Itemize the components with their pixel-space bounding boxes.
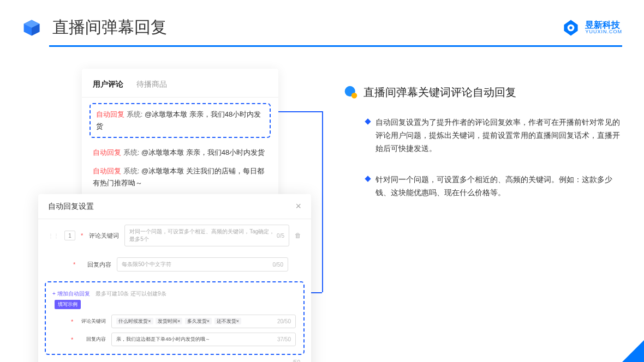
svg-point-4	[570, 26, 573, 29]
content-label: 回复内容	[81, 261, 111, 269]
tab-user-comments[interactable]: 用户评论	[93, 80, 123, 89]
content-input[interactable]: 每条限50个中文字符 0/50	[117, 257, 288, 272]
keyword-label: 评论关键词	[88, 232, 119, 240]
diamond-bullet-icon	[365, 118, 371, 124]
bullet-item: 自动回复设置为了提升作者的评论回复效率，作者可在开播前针对常见的评论用户问题，提…	[344, 116, 622, 155]
add-auto-reply-link[interactable]: + 增加自动回复	[52, 291, 90, 297]
highlighted-comment: 自动回复 系统: @冰墩墩本墩 亲亲，我们48小时内发货	[90, 103, 271, 138]
auto-reply-settings-modal: 自动回复设置 × ⋮⋮ 1 * 评论关键词 对同一个问题，可设置多个相近、高频的…	[38, 194, 311, 362]
logo-text-en: YUUXIN.COM	[585, 29, 622, 35]
comment-row: 自动回复 系统: @冰墩墩本墩 亲亲，我们48小时内发货	[82, 143, 278, 162]
outer-counter: /50	[38, 359, 311, 362]
corner-decoration	[622, 340, 644, 362]
tab-pending-products[interactable]: 待播商品	[136, 80, 167, 89]
example-badge: 填写示例	[55, 300, 81, 309]
add-hint: 最多可建10条 还可以创建9条	[96, 291, 166, 297]
drag-handle-icon[interactable]: ⋮⋮	[48, 233, 59, 239]
comment-row: 自动回复 系统: @冰墩墩本墩 关注我们的店铺，每日都有热门推荐呦～	[82, 162, 278, 192]
keyword-input[interactable]: 对同一个问题，可设置多个相近、高频的关键词，Tag确定，最多5个 0/5	[124, 225, 289, 246]
modal-title: 自动回复设置	[48, 202, 94, 212]
cube-icon	[22, 18, 41, 38]
bullet-item: 针对同一个问题，可设置多个相近的、高频的关键词。例如：这款多少钱、这块能优惠吗、…	[344, 173, 622, 200]
system-label: 系统:	[127, 110, 143, 118]
example-section: + 增加自动回复 最多可建10条 还可以创建9条 填写示例 * 评论关键词 什么…	[45, 281, 305, 355]
index-badge: 1	[64, 231, 75, 240]
example-keyword-input: 什么时候发货× 发货时间× 多久发货× 还不发货× 20/50	[111, 315, 296, 328]
comments-card: 用户评论 待播商品 自动回复 系统: @冰墩墩本墩 亲亲，我们48小时内发货 自…	[82, 69, 278, 203]
example-content-input: 亲，我们这边都是下单48小时内发货的哦～ 37/50	[111, 333, 296, 346]
logo-text-cn: 昱新科技	[585, 20, 622, 30]
chat-bubble-icon	[344, 86, 358, 100]
section-title: 直播间弹幕关键词评论自动回复	[363, 85, 516, 100]
delete-icon[interactable]: 🗑	[295, 232, 301, 239]
brand-logo: 昱新科技 YUUXIN.COM	[561, 18, 622, 38]
close-icon[interactable]: ×	[295, 201, 301, 212]
diamond-bullet-icon	[365, 176, 371, 182]
svg-point-6	[351, 93, 357, 98]
auto-reply-tag: 自动回复	[96, 110, 124, 118]
page-title: 直播间弹幕回复	[52, 16, 167, 39]
